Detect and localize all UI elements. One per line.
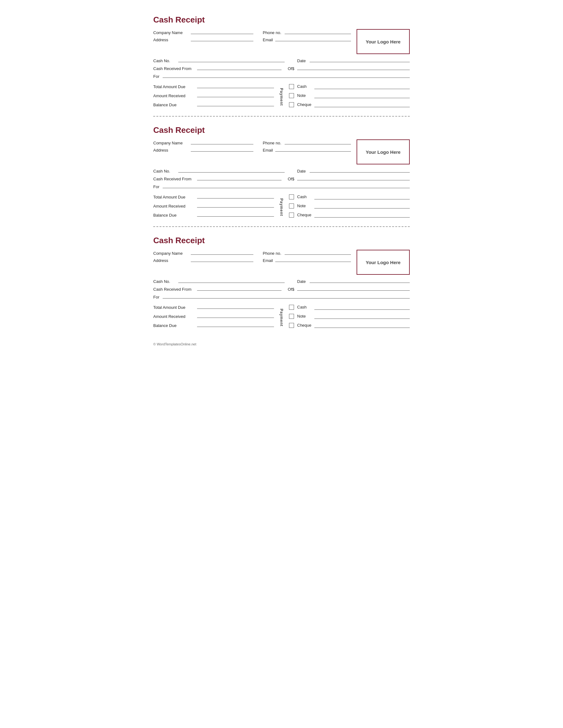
balance-due-row-3: Balance Due xyxy=(153,322,274,328)
company-name-label-2: Company Name xyxy=(153,141,191,145)
amount-received-line-2[interactable] xyxy=(197,203,274,208)
total-amount-line-2[interactable] xyxy=(197,193,274,198)
note-payment-line-3[interactable] xyxy=(314,314,410,319)
ofs-line-1[interactable] xyxy=(297,65,410,70)
logo-box-3: Your Logo Here xyxy=(357,250,410,275)
phone-line-1[interactable] xyxy=(285,29,351,34)
cheque-payment-line-2[interactable] xyxy=(314,213,410,218)
cash-payment-line-2[interactable] xyxy=(314,194,410,199)
top-section-3: Company Name Phone no. Address Email You… xyxy=(153,250,410,275)
company-name-line-1[interactable] xyxy=(191,29,253,34)
company-name-line-2[interactable] xyxy=(191,139,253,144)
date-line-1[interactable] xyxy=(310,57,410,62)
total-amount-line-3[interactable] xyxy=(197,304,274,309)
amount-left-3: Total Amount Due Amount Received Balance… xyxy=(153,304,277,331)
receipt-block-3: Cash Receipt Company Name Phone no. Addr… xyxy=(153,230,410,337)
email-line-2[interactable] xyxy=(275,147,351,152)
received-line-1[interactable] xyxy=(197,65,282,70)
for-row-1: For xyxy=(153,73,410,79)
date-label-1: Date xyxy=(297,58,310,63)
cash-checkbox-2[interactable] xyxy=(289,194,294,199)
cash-payment-item-2: Cash xyxy=(289,194,410,199)
email-label-2: Email xyxy=(263,148,275,153)
cashno-label-2: Cash No. xyxy=(153,169,178,173)
ofs-label-1: Of$ xyxy=(288,66,297,71)
balance-due-row-1: Balance Due xyxy=(153,101,274,107)
cheque-payment-line-1[interactable] xyxy=(314,102,410,107)
cashno-line-2[interactable] xyxy=(178,168,285,173)
received-line-3[interactable] xyxy=(197,286,282,291)
cashno-line-3[interactable] xyxy=(178,278,285,283)
address-line-3[interactable] xyxy=(191,257,253,262)
cash-payment-line-3[interactable] xyxy=(314,305,410,310)
email-line-1[interactable] xyxy=(275,36,351,41)
note-checkbox-3[interactable] xyxy=(289,314,294,319)
for-label-1: For xyxy=(153,74,163,79)
date-line-2[interactable] xyxy=(310,168,410,173)
info-rows-1: Company Name Phone no. Address Email xyxy=(153,29,351,43)
balance-due-line-3[interactable] xyxy=(197,322,274,327)
email-label-3: Email xyxy=(263,258,275,263)
cheque-checkbox-2[interactable] xyxy=(289,213,294,218)
receipt-block-1: Cash Receipt Company Name Phone no. Addr… xyxy=(153,9,410,117)
phone-line-3[interactable] xyxy=(285,250,351,255)
total-amount-line-1[interactable] xyxy=(197,83,274,88)
cash-payment-line-1[interactable] xyxy=(314,84,410,89)
receipt-block-2: Cash Receipt Company Name Phone no. Addr… xyxy=(153,120,410,227)
amount-received-line-1[interactable] xyxy=(197,92,274,97)
total-amount-label-1: Total Amount Due xyxy=(153,84,197,89)
amount-received-row-3: Amount Received xyxy=(153,313,274,319)
cheque-checkbox-1[interactable] xyxy=(289,102,294,107)
ofs-line-3[interactable] xyxy=(297,286,410,291)
amount-section-3: Total Amount Due Amount Received Balance… xyxy=(153,304,410,331)
email-line-3[interactable] xyxy=(275,257,351,262)
cheque-payment-line-3[interactable] xyxy=(314,323,410,328)
amount-received-line-3[interactable] xyxy=(197,313,274,318)
for-line-3[interactable] xyxy=(163,294,410,299)
received-label-2: Cash Received From xyxy=(153,177,197,181)
payment-label-1: Payment xyxy=(279,88,284,106)
note-checkbox-1[interactable] xyxy=(289,93,294,98)
for-line-2[interactable] xyxy=(163,183,410,188)
note-type-label-1: Note xyxy=(297,93,314,98)
cash-type-label-3: Cash xyxy=(297,305,314,309)
cash-checkbox-3[interactable] xyxy=(289,305,294,310)
payment-right-3: Cash Note Cheque xyxy=(286,304,410,331)
cash-checkbox-1[interactable] xyxy=(289,84,294,89)
address-line-2[interactable] xyxy=(191,147,253,152)
date-label-2: Date xyxy=(297,169,310,173)
company-row-2: Company Name Phone no. xyxy=(153,139,351,145)
note-checkbox-2[interactable] xyxy=(289,203,294,208)
phone-label-3: Phone no. xyxy=(263,251,285,256)
balance-due-line-2[interactable] xyxy=(197,212,274,217)
note-payment-line-1[interactable] xyxy=(314,93,410,98)
received-label-1: Cash Received From xyxy=(153,66,197,71)
amount-received-row-1: Amount Received xyxy=(153,92,274,98)
for-line-1[interactable] xyxy=(163,73,410,78)
date-line-3[interactable] xyxy=(310,278,410,283)
cheque-type-label-2: Cheque xyxy=(297,213,314,217)
note-payment-line-2[interactable] xyxy=(314,203,410,208)
cash-type-label-1: Cash xyxy=(297,84,314,89)
cashno-line-1[interactable] xyxy=(178,57,285,62)
address-line-1[interactable] xyxy=(191,36,253,41)
received-row-3: Cash Received From Of$ xyxy=(153,286,410,292)
for-label-2: For xyxy=(153,184,163,189)
address-label-3: Address xyxy=(153,258,191,263)
cashno-row-3: Cash No. Date xyxy=(153,278,410,284)
phone-line-2[interactable] xyxy=(285,139,351,144)
company-name-line-3[interactable] xyxy=(191,250,253,255)
address-row-1: Address Email xyxy=(153,36,351,42)
receipt-title-2: Cash Receipt xyxy=(153,125,410,135)
ofs-line-2[interactable] xyxy=(297,175,410,180)
email-label-1: Email xyxy=(263,38,275,42)
note-payment-item-1: Note xyxy=(289,93,410,98)
address-row-2: Address Email xyxy=(153,147,351,153)
cheque-checkbox-3[interactable] xyxy=(289,323,294,328)
note-payment-item-2: Note xyxy=(289,203,410,208)
received-line-2[interactable] xyxy=(197,175,282,180)
cash-payment-item-1: Cash xyxy=(289,84,410,89)
balance-due-line-1[interactable] xyxy=(197,101,274,106)
balance-due-label-2: Balance Due xyxy=(153,213,197,218)
address-row-3: Address Email xyxy=(153,257,351,263)
